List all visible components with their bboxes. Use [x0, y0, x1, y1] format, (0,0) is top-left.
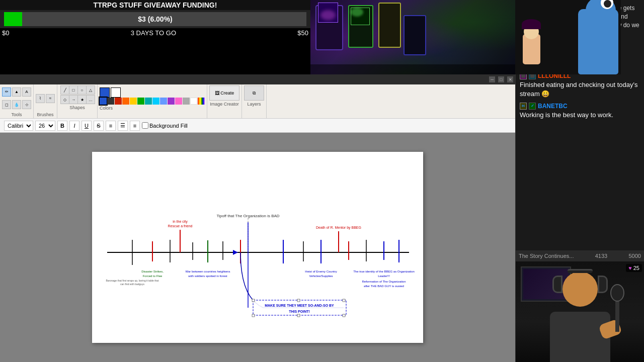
bold-button[interactable]: B	[57, 121, 67, 131]
shape-diamond[interactable]: ◇	[60, 95, 69, 104]
chat-text-banetbc2: Working is the best way to work.	[520, 111, 640, 120]
svg-rect-44	[343, 314, 345, 317]
shape-star[interactable]: ★	[77, 95, 87, 104]
svg-text:can find with badguys: can find with badguys	[120, 283, 145, 286]
color-swatch-green[interactable]	[137, 98, 144, 105]
select-tool[interactable]: ⊹	[22, 100, 31, 109]
tipoff-label: Tipoff that The Organization is BAD	[216, 214, 279, 218]
font-size-select[interactable]: 26	[35, 121, 55, 131]
color-swatch-lightblue[interactable]	[160, 98, 167, 105]
svg-rect-41	[343, 299, 345, 302]
fill-tool[interactable]: ▲	[12, 87, 21, 97]
shape-more[interactable]: …	[86, 95, 95, 104]
svg-text:Rescue a friend: Rescue a friend	[168, 224, 192, 228]
color-swatch-rainbow[interactable]	[198, 98, 205, 105]
layers-button[interactable]: ⧉	[244, 85, 264, 101]
align-center-button[interactable]: ☰	[118, 121, 128, 131]
svg-rect-42	[252, 314, 255, 317]
mod-badge2: H	[520, 103, 527, 110]
strikethrough-button[interactable]: S	[94, 121, 104, 131]
svg-rect-39	[252, 299, 255, 302]
progress-text: $3 (6.00%)	[138, 15, 172, 23]
image-creator-label: Image Creator	[210, 102, 239, 107]
color-swatch-teal[interactable]	[145, 98, 152, 105]
color-swatch-darkgray[interactable]	[107, 98, 114, 105]
svg-text:Vehicles/Supplies: Vehicles/Supplies	[309, 275, 333, 278]
color-palette	[100, 98, 205, 105]
maximize-button[interactable]: □	[498, 76, 504, 82]
underline-button[interactable]: U	[82, 121, 92, 131]
brush2[interactable]: ≈	[46, 94, 55, 103]
format-bar: Calibri 26 B I U S ≡ ☰ ≡ Background Fill	[0, 119, 515, 133]
minimize-button[interactable]: ─	[489, 76, 495, 82]
canvas-area[interactable]: Tipoff that The Organization is BAD Resc…	[0, 133, 515, 362]
image-creator-button[interactable]: 🖼 Create	[209, 85, 239, 101]
color-swatch-white[interactable]	[190, 98, 197, 105]
color-swatch-blue[interactable]	[100, 98, 107, 105]
main-content: TTRPG STUFF GIVEAWAY FUNDING! $3 (6.00%)…	[0, 0, 515, 362]
color-swatch-cyan[interactable]	[152, 98, 159, 105]
background-fill-label: Background Fill	[142, 122, 188, 129]
svg-text:Heist of Enemy Country: Heist of Enemy Country	[305, 270, 337, 273]
person-head	[562, 272, 598, 307]
layers-label: Layers	[247, 102, 261, 107]
headphone-right	[598, 276, 608, 293]
align-left-button[interactable]: ≡	[106, 121, 116, 131]
color-swatch-purple[interactable]	[168, 98, 175, 105]
stream-banner: TTRPG STUFF GIVEAWAY FUNDING! $3 (6.00%)…	[0, 0, 310, 38]
svg-rect-43	[297, 314, 300, 317]
pencil-tool[interactable]: ✏	[2, 87, 11, 97]
background-color[interactable]	[111, 87, 121, 98]
tools-label: Tools	[11, 112, 22, 117]
svg-rect-40	[297, 299, 300, 302]
color-swatch-red[interactable]	[115, 98, 122, 105]
svg-text:Baronage that first wraps up, : Baronage that first wraps up, boring it …	[106, 279, 159, 282]
shape-rect[interactable]: □	[69, 85, 78, 95]
progress-bar-inner	[4, 12, 22, 26]
sub-badge3: ✓	[529, 103, 536, 110]
sub-count-badge: ♥ 25	[626, 264, 642, 272]
close-button[interactable]: ✕	[507, 76, 513, 82]
person-silhouette	[535, 266, 625, 362]
brushes-label: Brushes	[37, 112, 53, 117]
person-body	[550, 312, 610, 362]
shapes-grid: ╱ □ ○ △ ◇ → ★ …	[60, 85, 94, 104]
brushes-row: ⌇ ≈	[36, 85, 55, 111]
align-right-button[interactable]: ≡	[130, 121, 140, 131]
color-swatch-yellow[interactable]	[130, 98, 137, 105]
shape-triangle[interactable]: △	[86, 85, 95, 95]
color-swatch-orange[interactable]	[122, 98, 129, 105]
svg-text:THIS POINT!: THIS POINT!	[289, 310, 310, 313]
brush1[interactable]: ⌇	[36, 94, 45, 103]
text-tool[interactable]: A	[22, 87, 31, 97]
heart-icon: ♥	[628, 265, 632, 271]
shape-arrow[interactable]: →	[69, 95, 78, 104]
font-select[interactable]: Calibri	[4, 121, 33, 131]
colors-section: Colors	[98, 84, 207, 118]
stream-info-bar: The Story Continues... 4133 5000	[516, 250, 644, 261]
tools-section: ✏ ▲ A ◻ 💧 ⊹ Tools	[0, 84, 34, 118]
character-area	[515, 0, 621, 74]
svg-text:War between countries heighten: War between countries heightens	[186, 270, 230, 273]
webcam-area: ♥ 25	[516, 261, 644, 362]
shape-line[interactable]: ╱	[60, 85, 69, 95]
paint-titlebar: ─ □ ✕	[0, 74, 515, 84]
color-swatch-pink[interactable]	[175, 98, 182, 105]
svg-text:Leader!!!: Leader!!!	[378, 275, 390, 278]
stream-title: The Story Continues...	[519, 253, 574, 259]
color-swatch-lightgray[interactable]	[183, 98, 190, 105]
banner-title: TTRPG STUFF GIVEAWAY FUNDING!	[0, 0, 310, 10]
drawing-canvas[interactable]: Tipoff that The Organization is BAD Resc…	[92, 152, 423, 343]
svg-text:Reformation of The Organizatio: Reformation of The Organization	[362, 280, 406, 283]
foreground-color[interactable]	[100, 87, 110, 98]
chat-message-banetbc2: H ✓ BANETBC Working is the best way to w…	[520, 103, 640, 120]
chat-message-lllonilll: ⬛ ⬛ LLLONILLL Finished eating and checki…	[520, 72, 640, 99]
shape-circle[interactable]: ○	[77, 85, 87, 95]
background-fill-checkbox[interactable]	[142, 122, 148, 129]
chat-text-lllonilll: Finished eating and checking out today's…	[520, 80, 640, 99]
picker-tool[interactable]: 💧	[12, 100, 21, 109]
eraser-tool[interactable]: ◻	[2, 100, 11, 109]
stream-time: 4133	[595, 253, 607, 259]
italic-button[interactable]: I	[69, 121, 79, 131]
tool-icons-row2: ◻ 💧 ⊹	[2, 99, 31, 112]
